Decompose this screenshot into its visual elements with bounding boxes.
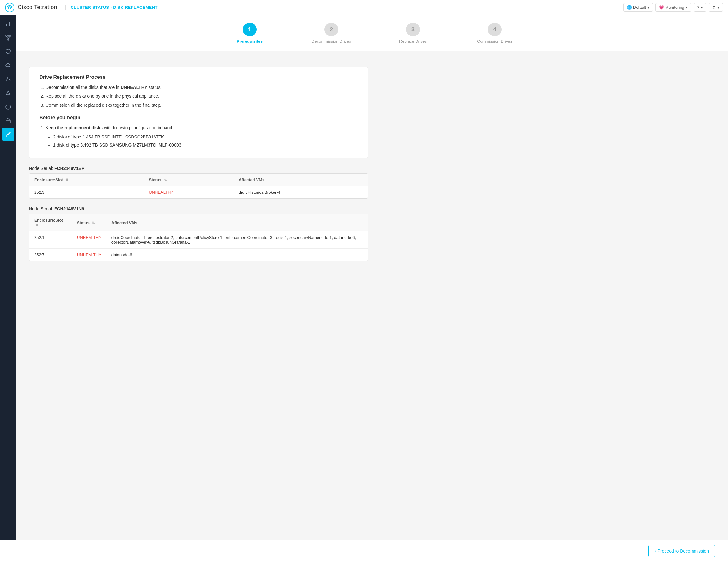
svg-rect-2: [8, 23, 8, 26]
svg-rect-4: [6, 35, 7, 36]
step-label-1: Prerequisites: [237, 39, 263, 44]
step-connector-3: [444, 30, 463, 30]
monitoring-dropdown[interactable]: 💗 Monitoring ▾: [655, 3, 691, 12]
step-circle-1: 1: [243, 23, 257, 36]
node2-col-status[interactable]: Status ⇅: [72, 214, 106, 232]
node1-col-vms: Affected VMs: [234, 174, 368, 186]
before-bold: replacement disks: [64, 125, 103, 130]
table-row: 252:7 UNHEALTHY datanode-6: [29, 249, 368, 261]
step-circle-4: 4: [488, 23, 502, 36]
svg-rect-7: [8, 39, 9, 40]
svg-rect-15: [6, 120, 10, 123]
chevron-down-icon: ▾: [686, 5, 688, 10]
info-box-title: Drive Replacement Process: [39, 74, 358, 80]
node2-row1-slot: 252:1: [29, 232, 72, 249]
sidebar: [0, 15, 16, 540]
proceed-to-decommission-button[interactable]: › Proceed to Decommission: [648, 545, 715, 557]
default-icon: 🌐: [627, 5, 632, 10]
step-bold-1: UNHEALTHY: [121, 85, 147, 90]
sidebar-item-analytics[interactable]: [2, 18, 14, 30]
sidebar-item-topology[interactable]: [2, 31, 14, 44]
before-you-begin-title: Before you begin: [39, 115, 358, 121]
sort-icon: ⇅: [164, 178, 167, 182]
node2-row2-slot: 252:7: [29, 249, 72, 261]
before-steps: Keep the replacement disks with followin…: [39, 124, 358, 149]
node1-tbody: 252:3 UNHEALTHY druidHistoricalBroker-4: [29, 186, 368, 199]
bottom-bar: › Proceed to Decommission: [0, 540, 728, 562]
step-item-3: Commission all the replaced disks togeth…: [46, 102, 358, 109]
cisco-logo-icon: [5, 3, 14, 12]
content-inner: Drive Replacement Process Decommission a…: [16, 52, 381, 276]
svg-line-10: [8, 36, 10, 39]
step-text-before-1: Decommission all the disks that are in: [46, 85, 121, 90]
info-box: Drive Replacement Process Decommission a…: [29, 67, 368, 158]
before-step-1: Keep the replacement disks with followin…: [46, 124, 358, 149]
node1-col-slot[interactable]: Enclosure:Slot ⇅: [29, 174, 144, 186]
node2-col-vms: Affected VMs: [106, 214, 368, 232]
page-title: CLUSTER STATUS - DISK REPLACEMENT: [65, 5, 158, 10]
disk-list: 2 disks of type 1.454 TB SSD INTEL SSDSC…: [46, 134, 358, 149]
drive-replacement-steps: Decommission all the disks that are in U…: [39, 84, 358, 109]
svg-rect-1: [6, 24, 7, 26]
top-nav: Cisco Tetration CLUSTER STATUS - DISK RE…: [0, 0, 728, 15]
svg-line-9: [6, 36, 8, 39]
node1-row1-vms: druidHistoricalBroker-4: [234, 186, 368, 199]
node2-serial: FCH2148V1N9: [54, 206, 84, 211]
sidebar-item-power[interactable]: [2, 101, 14, 113]
svg-rect-6: [9, 35, 11, 36]
step-prerequisites: 1 Prerequisites: [218, 23, 281, 44]
step-connector-2: [363, 30, 382, 30]
disk-item-2: 1 disk of type 3.492 TB SSD SAMSUNG MZ7L…: [53, 142, 358, 149]
node2-col-slot[interactable]: Enclosure:Slot ⇅: [29, 214, 72, 232]
node1-col-status[interactable]: Status ⇅: [144, 174, 234, 186]
step-commission: 4 Commission Drives: [463, 23, 526, 44]
help-dropdown[interactable]: ? ▾: [694, 3, 706, 12]
before-text-after: with following configuration in hand.: [103, 125, 173, 130]
step-label-3: Replace Drives: [399, 39, 427, 44]
nav-right: 🌐 Default ▾ 💗 Monitoring ▾ ? ▾ ⚙ ▾: [623, 3, 723, 12]
content-area: 1 Prerequisites 2 Decommission Drives 3 …: [16, 15, 728, 540]
step-decommission: 2 Decommission Drives: [300, 23, 363, 44]
node2-row2-status: UNHEALTHY: [72, 249, 106, 261]
node2-tbody: 252:1 UNHEALTHY druidCoordinator-1, orch…: [29, 232, 368, 261]
node1-serial: FCH2148V1EP: [54, 166, 84, 171]
chevron-down-icon: ▾: [717, 5, 720, 10]
steps-container: 1 Prerequisites 2 Decommission Drives 3 …: [16, 15, 728, 52]
node2-table: Enclosure:Slot ⇅ Status ⇅ Affected VMs: [29, 214, 368, 261]
sidebar-item-cloud[interactable]: [2, 59, 14, 72]
node1-table: Enclosure:Slot ⇅ Status ⇅ Affected VMs: [29, 174, 368, 199]
node2-row2-vms: datanode-6: [106, 249, 368, 261]
steps: 1 Prerequisites 2 Decommission Drives 3 …: [218, 23, 526, 44]
default-dropdown[interactable]: 🌐 Default ▾: [623, 3, 653, 12]
node2-header-row: Enclosure:Slot ⇅ Status ⇅ Affected VMs: [29, 214, 368, 232]
step-item-2: Replace all the disks one by one in the …: [46, 93, 358, 100]
gear-icon: ⚙: [712, 5, 716, 10]
sort-icon: ⇅: [65, 178, 68, 182]
settings-dropdown[interactable]: ⚙ ▾: [709, 3, 723, 12]
sidebar-item-lab[interactable]: [2, 73, 14, 85]
step-replace: 3 Replace Drives: [382, 23, 444, 44]
node2-label: Node Serial: FCH2148V1N9: [29, 206, 368, 211]
node1-header-row: Enclosure:Slot ⇅ Status ⇅ Affected VMs: [29, 174, 368, 186]
node2-row1-status: UNHEALTHY: [72, 232, 106, 249]
disk-item-1: 2 disks of type 1.454 TB SSD INTEL SSDSC…: [53, 134, 358, 140]
node1-thead: Enclosure:Slot ⇅ Status ⇅ Affected VMs: [29, 174, 368, 186]
sidebar-item-security[interactable]: [2, 45, 14, 58]
step-item-1: Decommission all the disks that are in U…: [46, 84, 358, 91]
step-circle-3: 3: [406, 23, 420, 36]
step-connector-1: [281, 30, 300, 30]
before-text-before: Keep the: [46, 125, 64, 130]
step-text-after-1: status.: [147, 85, 161, 90]
node2-table-wrapper: Enclosure:Slot ⇅ Status ⇅ Affected VMs: [29, 214, 368, 261]
sidebar-item-alerts[interactable]: [2, 87, 14, 99]
sidebar-item-governance[interactable]: [2, 114, 14, 127]
main-layout: 1 Prerequisites 2 Decommission Drives 3 …: [0, 15, 728, 540]
sidebar-item-edit[interactable]: [2, 128, 14, 141]
node1-table-wrapper: Enclosure:Slot ⇅ Status ⇅ Affected VMs: [29, 173, 368, 199]
node2-thead: Enclosure:Slot ⇅ Status ⇅ Affected VMs: [29, 214, 368, 232]
node1-row1-slot: 252:3: [29, 186, 144, 199]
table-row: 252:1 UNHEALTHY druidCoordinator-1, orch…: [29, 232, 368, 249]
chevron-down-icon: ▾: [647, 5, 649, 10]
step-label-4: Commission Drives: [477, 39, 512, 44]
step-label-2: Decommission Drives: [312, 39, 351, 44]
